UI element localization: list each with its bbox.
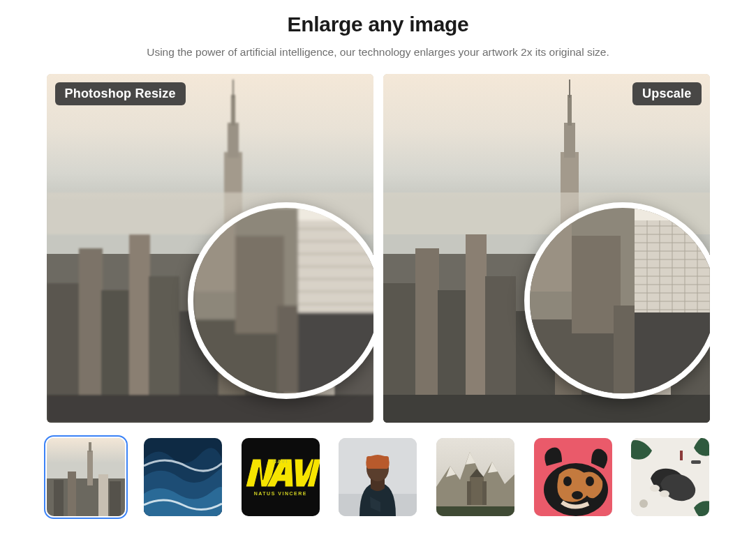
comparison-panel-right: Upscale [383,74,710,423]
svg-rect-18 [47,395,373,423]
thumbnail-dog-illustration[interactable] [534,438,612,516]
svg-rect-39 [466,234,487,423]
comparison-row: Photoshop Resize [47,74,710,423]
svg-rect-44 [621,213,640,423]
svg-rect-16 [232,80,234,98]
navi-logo-top-text: NAVI [242,459,320,464]
svg-rect-83 [68,472,76,516]
svg-rect-82 [54,480,64,516]
svg-rect-96 [482,481,487,505]
svg-rect-108 [680,451,683,460]
page-title: Enlarge any image [287,13,468,36]
thumbnail-portrait-man[interactable] [339,438,417,516]
svg-point-104 [650,485,660,492]
svg-rect-106 [691,460,701,464]
svg-rect-92 [366,456,389,462]
thumbnail-flatlay-shoes[interactable] [631,438,709,516]
svg-rect-17 [47,193,373,234]
svg-rect-51 [383,193,710,234]
svg-point-102 [572,491,583,499]
thumbnail-strip: NAVI NATUS VINCERE [47,438,710,516]
page-subtitle: Using the power of artificial intelligen… [147,46,609,59]
city-image-right [383,74,710,423]
thumbnail-ocean-waves[interactable] [144,438,222,516]
svg-rect-10 [284,213,304,423]
svg-rect-81 [89,442,91,452]
svg-point-105 [660,490,669,497]
svg-point-107 [639,499,648,508]
thumbnail-navi-logo[interactable]: NAVI NATUS VINCERE [242,438,320,516]
svg-rect-48 [564,123,575,158]
svg-point-100 [563,476,572,486]
svg-rect-52 [383,395,710,423]
svg-rect-97 [436,506,514,516]
svg-rect-50 [569,80,570,98]
svg-rect-78 [47,438,125,480]
svg-rect-85 [110,481,121,516]
comparison-panel-left: Photoshop Resize [47,74,373,423]
svg-rect-5 [129,234,150,423]
svg-rect-80 [87,451,93,485]
svg-rect-94 [470,477,484,505]
thumbnail-castle-mountain[interactable] [436,438,514,516]
svg-point-101 [586,476,594,486]
page-root: Enlarge any image Using the power of art… [0,0,756,558]
svg-rect-95 [467,481,471,505]
svg-rect-14 [228,123,239,158]
svg-rect-49 [568,95,572,126]
thumbnail-city-skyline[interactable] [47,438,125,516]
navi-logo-bottom-text: NATUS VINCERE [242,491,320,496]
svg-rect-15 [231,95,235,126]
svg-rect-84 [98,474,108,516]
city-image-left [47,74,373,423]
